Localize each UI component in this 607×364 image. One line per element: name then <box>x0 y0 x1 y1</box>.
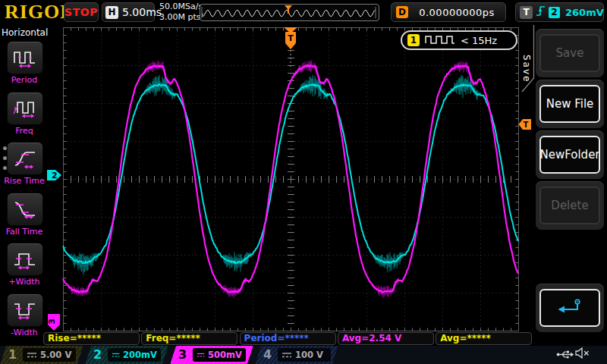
left-menu-item-label: Period <box>1 75 48 85</box>
channel-4-status[interactable]: 4 100 V <box>255 346 334 364</box>
channel-number: 2 <box>93 347 102 362</box>
delay-position-box[interactable]: D 0.00000000ps <box>391 2 506 22</box>
softkey-delete-cell: Delete <box>536 181 604 230</box>
channel-value-box: 100 V <box>278 348 331 362</box>
channel-value-box: 5.00 V <box>23 348 76 362</box>
softkey-save-cell: Save <box>536 29 604 77</box>
channel-scale-value: 500mV <box>208 350 242 360</box>
channel-number: 3 <box>178 347 187 362</box>
channel-value-box: 200mV <box>108 348 161 362</box>
channel-number: 1 <box>8 347 17 362</box>
minus-width-icon <box>7 293 43 327</box>
trigger-badge: T <box>520 6 533 19</box>
waveform-memory-preview[interactable] <box>200 4 379 21</box>
frequency-counter-banner: 1 < 15Hz <box>401 30 517 50</box>
measurement-item-4[interactable]: Avg=***** <box>436 332 532 345</box>
channel-3-status[interactable]: 3 500mV <box>170 346 249 364</box>
period-icon <box>7 41 43 74</box>
measurement-item-2[interactable]: Period=***** <box>240 332 336 345</box>
oscilloscope-screen: RIGOL STOP H 5.00ms 50.0MSa/s 3.00M pts … <box>0 0 607 364</box>
menu-tab-label: Save <box>521 55 532 83</box>
channel-number: 4 <box>263 347 272 362</box>
freq-icon <box>7 92 43 125</box>
left-menu-item-period[interactable]: Period <box>7 41 42 85</box>
plus-width-icon <box>7 243 43 276</box>
channel-scale-value: 5.00 V <box>40 350 71 360</box>
left-menu-item-freq[interactable]: Freq <box>7 92 42 136</box>
counter-source-badge: 1 <box>407 34 420 46</box>
channel-1-status[interactable]: 1 5.00 V <box>0 346 79 364</box>
channel-status-bar: 1 5.00 V 2 200mV 3 500mV 4 <box>0 346 607 364</box>
sample-rate: 50.0MSa/s <box>159 2 203 12</box>
softkey-new-file-cell: New File <box>536 80 604 128</box>
measurement-item-3[interactable]: Avg=2.54 V <box>338 332 434 345</box>
square-wave-icon <box>425 33 455 48</box>
horizontal-badge: H <box>105 6 118 19</box>
left-menu-item-label: Fall Time <box>1 227 48 237</box>
channel-value-box: 500mV <box>193 348 246 362</box>
softkey-delete[interactable]: Delete <box>539 187 600 224</box>
channel-scale-value: 100 V <box>295 350 323 360</box>
trigger-source-badge: 2 <box>549 7 560 18</box>
softkey-newfolder-cell: NewFolder <box>536 130 604 179</box>
counter-frequency: < 15Hz <box>461 35 497 46</box>
waveform-display-area: T 2 3 <box>46 25 520 331</box>
softkey-save[interactable]: Save <box>539 34 600 72</box>
dc-coupling-icon <box>27 351 37 359</box>
trigger-level-value: 260mV <box>565 7 604 18</box>
graticule <box>64 28 519 331</box>
softkey-newfolder[interactable]: NewFolder <box>539 136 600 174</box>
trigger-position-marker[interactable]: T <box>284 27 297 67</box>
left-menu-item-label: Freq <box>1 126 48 136</box>
svg-text:T: T <box>524 121 529 129</box>
left-menu-item--width[interactable]: -Width <box>7 293 42 337</box>
measurement-item-0[interactable]: Rise=***** <box>43 332 140 345</box>
rise-time-icon <box>7 142 43 175</box>
left-menu-item-label: Rise Time <box>1 176 48 186</box>
svg-text:3: 3 <box>47 318 57 325</box>
dc-coupling-icon <box>281 351 292 359</box>
trigger-status-box[interactable]: T 2 260mV <box>515 2 604 22</box>
delay-value: 0.00000000ps <box>413 7 501 18</box>
speaker-muted-icon <box>575 347 590 362</box>
acquisition-info: 50.0MSa/s 3.00M pts <box>159 2 203 23</box>
preview-trigger-marker <box>285 5 292 14</box>
svg-text:2: 2 <box>52 171 58 180</box>
rising-edge-icon <box>536 5 546 20</box>
softkey-new-file[interactable]: New File <box>539 85 600 123</box>
run-state-button[interactable]: STOP <box>64 2 99 22</box>
dc-coupling-icon <box>197 351 205 359</box>
svg-text:T: T <box>288 33 294 43</box>
left-menu-item-label: +Width <box>1 277 48 287</box>
channel-scale-value: 200mV <box>123 350 157 360</box>
delay-badge: D <box>396 6 408 18</box>
softkey-return-cell <box>536 284 604 332</box>
channel-2-offset-marker[interactable]: 2 <box>47 170 61 180</box>
timebase-value: 5.00ms <box>122 6 162 18</box>
left-menu-item-rise-time[interactable]: Rise Time <box>7 142 42 186</box>
softkey-return[interactable] <box>539 289 600 327</box>
left-menu-item--width[interactable]: +Width <box>7 243 42 287</box>
left-menu-item-fall-time[interactable]: Fall Time <box>7 193 42 237</box>
left-menu-item-label: -Width <box>1 328 48 337</box>
return-arrow-icon <box>557 298 583 318</box>
left-menu-title: Horizontal <box>2 27 48 38</box>
channel-3-offset-marker[interactable]: 3 <box>47 314 60 331</box>
usb-icon <box>556 348 574 362</box>
menu-page-dots <box>3 146 7 176</box>
trigger-level-marker[interactable]: T <box>518 118 532 130</box>
channel-2-status[interactable]: 2 200mV <box>85 346 164 364</box>
horizontal-timebase-box[interactable]: H 5.00ms <box>102 2 155 22</box>
dc-coupling-icon <box>112 351 120 359</box>
fall-time-icon <box>7 193 43 226</box>
measurement-item-1[interactable]: Freq=***** <box>141 332 237 345</box>
memory-depth: 3.00M pts <box>159 12 203 23</box>
